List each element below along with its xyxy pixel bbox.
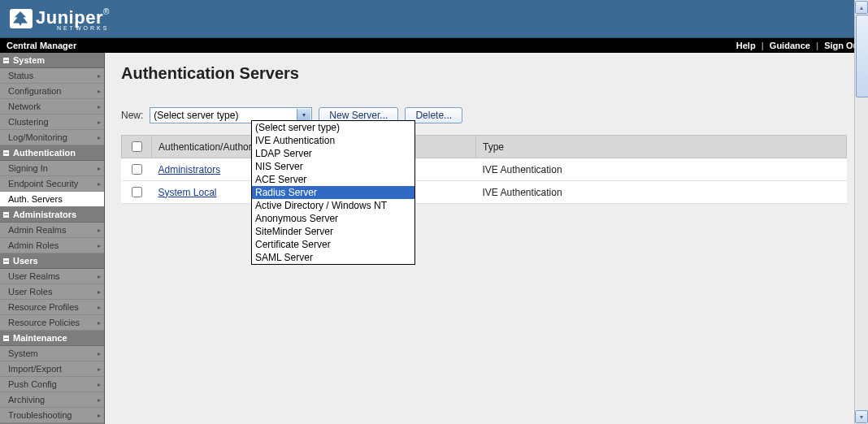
row-checkbox-cell xyxy=(122,181,152,204)
chevron-right-icon: ▸ xyxy=(98,381,101,388)
dropdown-option[interactable]: ACE Server xyxy=(252,173,414,186)
separator: | xyxy=(816,41,818,50)
sidebar-item[interactable]: Log/Monitoring▸ xyxy=(0,130,104,145)
server-name-link[interactable]: System Local xyxy=(158,187,217,198)
sidebar-item[interactable]: Auth. Servers xyxy=(0,192,104,207)
table-row: System LocalIVE Authentication xyxy=(122,181,847,204)
banner: Juniper® NETWORKS xyxy=(0,0,868,38)
sidebar-item[interactable]: Status▸ xyxy=(0,68,104,84)
column-header-type[interactable]: Type xyxy=(476,136,847,158)
chevron-right-icon: ▸ xyxy=(98,319,101,327)
sidebar-item[interactable]: Admin Roles▸ xyxy=(0,238,104,253)
chevron-right-icon: ▸ xyxy=(98,180,101,188)
table-row: AdministratorsIVE Authentication xyxy=(122,158,847,181)
central-manager-label: Central Manager xyxy=(7,41,76,50)
chevron-right-icon: ▸ xyxy=(98,288,101,296)
sidebar-item[interactable]: Resource Profiles▸ xyxy=(0,300,104,315)
nav-group-header[interactable]: Maintenance xyxy=(0,331,104,346)
sidebar-item[interactable]: User Realms▸ xyxy=(0,269,104,284)
content-area: Authentication Servers New: (Select serv… xyxy=(105,53,868,424)
select-value: (Select server type) xyxy=(154,110,238,121)
dropdown-option[interactable]: (Select server type) xyxy=(252,121,414,134)
chevron-right-icon: ▸ xyxy=(98,412,101,419)
dropdown-option[interactable]: Radius Server xyxy=(252,186,414,199)
select-all-header[interactable] xyxy=(122,136,152,158)
sidebar-item[interactable]: Endpoint Security▸ xyxy=(0,176,104,192)
separator: | xyxy=(762,41,764,50)
chevron-right-icon: ▸ xyxy=(98,119,101,126)
sidebar-item[interactable]: Push Config▸ xyxy=(0,377,104,392)
vertical-scrollbar[interactable]: ▴ ▾ xyxy=(854,0,868,424)
nav-group-header[interactable]: Users xyxy=(0,253,104,269)
registered-mark: ® xyxy=(103,7,109,16)
logo-text: Juniper xyxy=(36,7,103,28)
sidebar-item[interactable]: User Roles▸ xyxy=(0,284,104,300)
chevron-right-icon: ▸ xyxy=(98,103,101,110)
chevron-right-icon: ▸ xyxy=(98,134,101,141)
dropdown-option[interactable]: IVE Authentication xyxy=(252,134,414,147)
server-name-link[interactable]: Administrators xyxy=(158,164,221,175)
chevron-right-icon: ▸ xyxy=(98,366,101,373)
sidebar-item[interactable]: Admin Realms▸ xyxy=(0,223,104,238)
help-link[interactable]: Help xyxy=(736,41,756,50)
dropdown-option[interactable]: Active Directory / Windows NT xyxy=(252,199,414,212)
dropdown-option[interactable]: SAML Server xyxy=(252,251,414,264)
sidebar-item[interactable]: Signing In▸ xyxy=(0,161,104,176)
sidebar: SystemStatus▸Configuration▸Network▸Clust… xyxy=(0,53,105,424)
chevron-right-icon: ▸ xyxy=(98,242,101,249)
logo: Juniper® NETWORKS xyxy=(10,7,109,31)
new-label: New: xyxy=(121,110,143,121)
sidebar-item[interactable]: Import/Export▸ xyxy=(0,361,104,377)
dropdown-option[interactable]: LDAP Server xyxy=(252,147,414,160)
server-type-dropdown-list[interactable]: (Select server type)IVE AuthenticationLD… xyxy=(251,120,415,265)
row-checkbox[interactable] xyxy=(132,164,142,175)
chevron-right-icon: ▸ xyxy=(98,72,101,80)
chevron-right-icon: ▸ xyxy=(98,304,101,311)
sidebar-item[interactable]: Network▸ xyxy=(0,99,104,115)
sidebar-item[interactable]: Resource Policies▸ xyxy=(0,315,104,331)
nav-group-header[interactable]: Authentication xyxy=(0,145,104,161)
sidebar-item[interactable]: Clustering▸ xyxy=(0,115,104,130)
row-checkbox-cell xyxy=(122,158,152,181)
nav-group-header[interactable]: Administrators xyxy=(0,207,104,223)
nav-group-header[interactable]: System xyxy=(0,53,104,68)
logo-icon xyxy=(10,9,33,28)
dropdown-option[interactable]: NIS Server xyxy=(252,160,414,173)
scrollbar-down-arrow-icon[interactable]: ▾ xyxy=(855,410,868,423)
dropdown-option[interactable]: Certificate Server xyxy=(252,238,414,251)
page-title: Authentication Servers xyxy=(121,64,852,83)
chevron-right-icon: ▸ xyxy=(98,227,101,234)
scrollbar-thumb[interactable] xyxy=(856,15,868,97)
sidebar-item[interactable]: Troubleshooting▸ xyxy=(0,408,104,423)
dropdown-option[interactable]: Anonymous Server xyxy=(252,212,414,225)
row-checkbox[interactable] xyxy=(132,187,142,197)
sidebar-item[interactable]: Configuration▸ xyxy=(0,84,104,99)
chevron-right-icon: ▸ xyxy=(98,273,101,280)
sidebar-item[interactable]: Archiving▸ xyxy=(0,392,104,408)
guidance-link[interactable]: Guidance xyxy=(770,41,810,50)
server-type-cell: IVE Authentication xyxy=(476,181,847,204)
control-row: New: (Select server type) ▾ New Server..… xyxy=(121,107,852,123)
auth-servers-table: Authentication/Authorization Servers Typ… xyxy=(121,135,847,204)
chevron-right-icon: ▸ xyxy=(98,88,101,95)
server-type-cell: IVE Authentication xyxy=(476,158,847,181)
select-all-checkbox[interactable] xyxy=(132,141,142,152)
sidebar-item[interactable]: System▸ xyxy=(0,346,104,361)
utility-bar: Central Manager Help | Guidance | Sign O… xyxy=(0,38,868,53)
dropdown-option[interactable]: SiteMinder Server xyxy=(252,225,414,238)
scrollbar-up-arrow-icon[interactable]: ▴ xyxy=(855,1,868,14)
chevron-right-icon: ▸ xyxy=(98,396,101,404)
chevron-right-icon: ▸ xyxy=(98,165,101,172)
chevron-right-icon: ▸ xyxy=(98,350,101,357)
